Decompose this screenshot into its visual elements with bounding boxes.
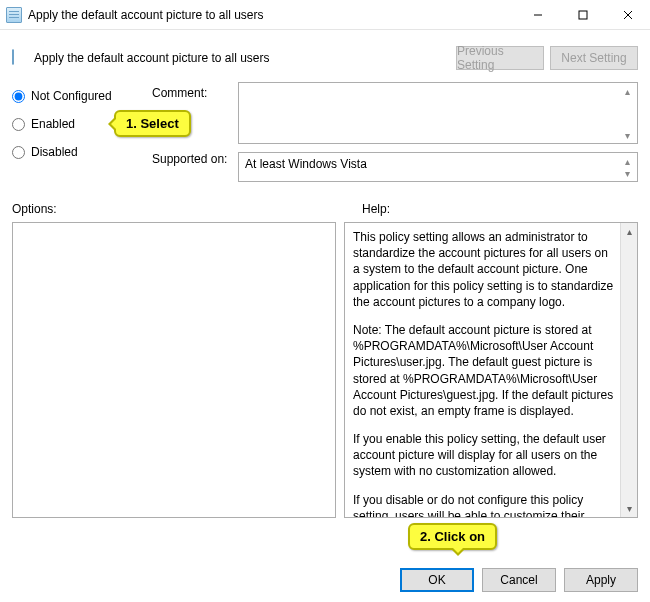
ok-button[interactable]: OK (400, 568, 474, 592)
help-paragraph: This policy setting allows an administra… (353, 229, 615, 310)
help-paragraph: If you disable or do not configure this … (353, 492, 615, 518)
help-paragraph: If you enable this policy setting, the d… (353, 431, 615, 480)
radio-not-configured-input[interactable] (12, 90, 25, 103)
radio-disabled-input[interactable] (12, 146, 25, 159)
radio-disabled[interactable]: Disabled (12, 138, 152, 166)
close-button[interactable] (605, 0, 650, 30)
radio-not-configured[interactable]: Not Configured (12, 82, 152, 110)
radio-label: Enabled (31, 117, 75, 131)
supported-on-field: At least Windows Vista ▴ ▾ (238, 152, 638, 182)
callout-select: 1. Select (114, 110, 191, 137)
scroll-down-icon[interactable]: ▾ (620, 128, 635, 142)
apply-button[interactable]: Apply (564, 568, 638, 592)
help-scrollbar[interactable]: ▴ ▾ (620, 223, 637, 517)
app-icon (6, 7, 22, 23)
comment-textarea[interactable]: ▴ ▾ (238, 82, 638, 144)
scroll-up-icon[interactable]: ▴ (620, 84, 635, 98)
dialog-buttons: OK Cancel Apply (400, 568, 638, 592)
titlebar: Apply the default account picture to all… (0, 0, 650, 30)
policy-title: Apply the default account picture to all… (34, 51, 450, 65)
maximize-button[interactable] (560, 0, 605, 30)
next-setting-button[interactable]: Next Setting (550, 46, 638, 70)
radio-label: Disabled (31, 145, 78, 159)
supported-on-text: At least Windows Vista (245, 157, 367, 171)
options-label: Options: (12, 202, 362, 216)
radio-label: Not Configured (31, 89, 112, 103)
help-label: Help: (362, 202, 390, 216)
options-pane (12, 222, 336, 518)
window-title: Apply the default account picture to all… (28, 8, 515, 22)
header: Apply the default account picture to all… (12, 38, 638, 78)
supported-label: Supported on: (152, 152, 238, 180)
previous-setting-button[interactable]: Previous Setting (456, 46, 544, 70)
help-paragraph: Note: The default account picture is sto… (353, 322, 615, 419)
scroll-up-icon[interactable]: ▴ (621, 223, 637, 240)
cancel-button[interactable]: Cancel (482, 568, 556, 592)
svg-rect-1 (579, 11, 587, 19)
radio-enabled-input[interactable] (12, 118, 25, 131)
callout-click-on: 2. Click on (408, 523, 497, 550)
scroll-down-icon: ▾ (620, 166, 635, 180)
minimize-button[interactable] (515, 0, 560, 30)
scroll-down-icon[interactable]: ▾ (621, 500, 637, 517)
help-pane: This policy setting allows an administra… (344, 222, 638, 518)
policy-icon (12, 50, 28, 66)
